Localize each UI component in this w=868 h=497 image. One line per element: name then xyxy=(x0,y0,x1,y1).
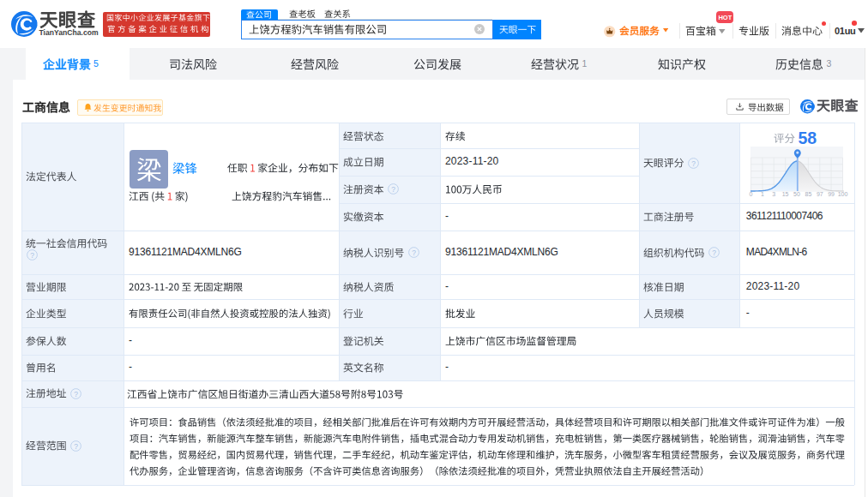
svg-text:?: ? xyxy=(391,185,395,194)
svg-text:100: 100 xyxy=(838,191,848,197)
svg-text:15: 15 xyxy=(782,191,789,197)
svg-text:97: 97 xyxy=(817,191,823,197)
svg-text:50: 50 xyxy=(793,191,800,197)
svg-text:?: ? xyxy=(412,248,416,257)
svg-text:?: ? xyxy=(712,248,716,257)
svg-text:3: 3 xyxy=(772,191,775,197)
svg-text:?: ? xyxy=(74,389,78,398)
svg-text:?: ? xyxy=(30,251,34,260)
svg-text:?: ? xyxy=(691,159,696,167)
svg-text:1: 1 xyxy=(761,191,764,197)
svg-text:0: 0 xyxy=(750,191,753,197)
svg-text:?: ? xyxy=(74,441,78,450)
svg-text:99: 99 xyxy=(828,191,835,197)
svg-text:85: 85 xyxy=(805,191,812,197)
